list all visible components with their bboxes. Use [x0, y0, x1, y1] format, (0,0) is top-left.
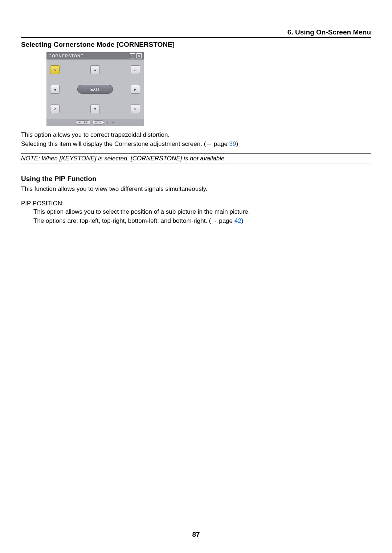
pip-desc: This function allows you to view two dif…: [21, 185, 371, 193]
exit-button[interactable]: EXIT: [77, 85, 113, 94]
help-icon[interactable]: ?: [130, 53, 135, 58]
edge-right-button[interactable]: ►: [131, 85, 140, 94]
page-number: 87: [0, 531, 392, 538]
pip-position-label: PIP POSITION:: [21, 200, 371, 207]
footer-exit-label: EXIT: [93, 120, 104, 124]
page-link-42[interactable]: 42: [234, 217, 241, 224]
edge-left-button[interactable]: ◄: [50, 85, 60, 94]
page-link-39[interactable]: 39: [229, 140, 236, 147]
corner-top-right-button[interactable]: ↙: [131, 65, 140, 74]
footer-updown-icon: ⇕: [106, 121, 109, 124]
osd-footer: ENTER EXIT ⇕ ⇔: [46, 119, 144, 126]
chapter-header: 6. Using On-Screen Menu: [21, 28, 371, 38]
osd-body: ↘ ▲ ↙ ◄ EXIT ► ↗ ▼ ↖: [46, 60, 144, 119]
pip-position-desc-2: The options are: top-left, top-right, bo…: [33, 217, 371, 225]
section-title-cornerstone: Selecting Cornerstone Mode [CORNERSTONE]: [21, 41, 371, 49]
corner-top-left-button[interactable]: ↘: [50, 65, 60, 74]
footer-leftright-icon: ⇔: [111, 121, 114, 124]
chapter-title: 6. Using On-Screen Menu: [287, 28, 371, 36]
cornerstone-desc-2: Selecting this item will display the Cor…: [21, 140, 371, 148]
close-icon[interactable]: ✕: [136, 53, 142, 58]
footer-enter-label: ENTER: [76, 120, 90, 124]
corner-bottom-left-button[interactable]: ↗: [50, 105, 60, 113]
note-keystone: NOTE: When [KEYSTONE] is selected, [CORN…: [21, 153, 371, 164]
edge-top-button[interactable]: ▲: [90, 65, 100, 74]
osd-titlebar: CORNERSTONE ? ✕: [46, 52, 144, 60]
arrow-icon: →: [211, 217, 217, 224]
section-title-pip: Using the PIP Function: [21, 175, 371, 183]
pip-position-desc-1: This option allows you to select the pos…: [33, 208, 371, 216]
cornerstone-desc-1: This option allows you to correct trapez…: [21, 131, 371, 139]
osd-title: CORNERSTONE: [49, 54, 83, 58]
arrow-icon: →: [206, 140, 212, 147]
edge-bottom-button[interactable]: ▼: [90, 105, 100, 113]
cornerstone-osd: CORNERSTONE ? ✕ ↘ ▲ ↙ ◄ EXIT ► ↗ ▼ ↖: [46, 52, 144, 126]
corner-bottom-right-button[interactable]: ↖: [131, 105, 140, 113]
